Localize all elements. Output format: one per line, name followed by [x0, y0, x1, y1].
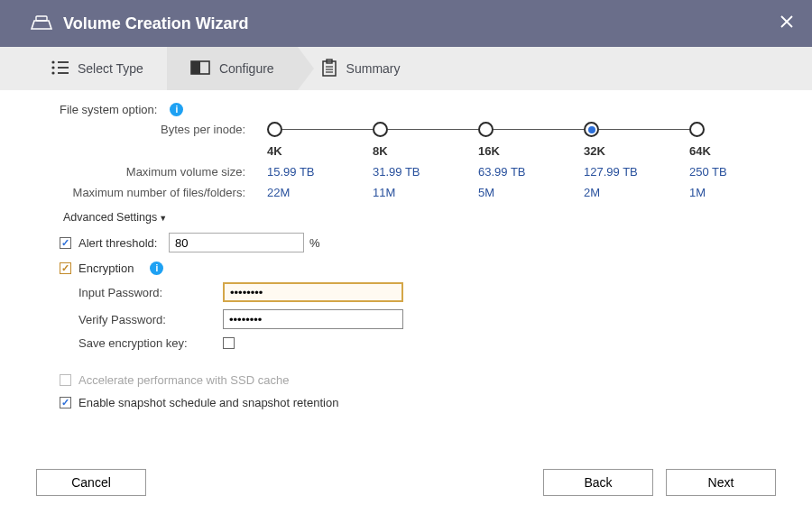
list-icon: [51, 60, 69, 78]
inode-heading: 32K: [584, 144, 689, 158]
max-files-value: 1M: [689, 186, 795, 199]
snapshot-label: Enable snapshot schedule and snapshot re…: [78, 396, 338, 409]
max-volume-label: Maximum volume size:: [60, 165, 267, 179]
max-volume-value: 250 TB: [689, 165, 795, 179]
encryption-subform: Input Password: Verify Password: Save en…: [78, 282, 770, 350]
svg-point-3: [51, 71, 54, 74]
save-encryption-key-checkbox[interactable]: [223, 337, 235, 349]
verify-password-field[interactable]: [223, 309, 403, 329]
step-select-type[interactable]: Select Type: [27, 47, 167, 90]
file-system-option-label: File system option:: [60, 103, 157, 116]
input-password-field[interactable]: [223, 282, 403, 302]
svg-point-2: [51, 66, 54, 69]
save-key-label: Save encryption key:: [78, 336, 223, 350]
step-label: Summary: [346, 61, 401, 76]
max-volume-value: 15.99 TB: [267, 165, 373, 179]
advanced-settings-toggle[interactable]: Advanced Settings▼: [63, 211, 167, 224]
info-icon[interactable]: i: [170, 103, 183, 116]
footer: Cancel Back Next: [0, 469, 812, 496]
summary-icon: [321, 59, 337, 79]
alert-threshold-label: Alert threshold:: [78, 236, 169, 250]
window-title: Volume Creation Wizard: [63, 14, 249, 33]
next-button[interactable]: Next: [666, 469, 776, 496]
svg-rect-8: [191, 61, 200, 74]
max-volume-value: 63.99 TB: [478, 165, 584, 179]
inode-radio-4k[interactable]: [267, 122, 282, 137]
back-button[interactable]: Back: [543, 469, 653, 496]
ssd-cache-label: Accelerate performance with SSD cache: [78, 373, 289, 387]
inode-heading: 8K: [373, 144, 478, 158]
inode-heading: 64K: [689, 144, 795, 158]
step-label: Select Type: [78, 61, 143, 76]
max-files-label: Maximum number of files/folders:: [60, 186, 267, 199]
inode-heading: 4K: [267, 144, 373, 158]
max-volume-value: 127.99 TB: [584, 165, 689, 179]
step-label: Configure: [219, 61, 274, 76]
encryption-checkbox[interactable]: [60, 262, 71, 274]
inode-radio-8k[interactable]: [373, 122, 388, 137]
input-password-label: Input Password:: [78, 286, 223, 299]
inode-radio-64k[interactable]: [689, 122, 705, 137]
wizard-steps: Select Type Configure Summary: [0, 47, 812, 90]
inode-radio-16k[interactable]: [478, 122, 494, 137]
verify-password-label: Verify Password:: [78, 313, 223, 326]
percent-sign: %: [309, 236, 320, 250]
ssd-cache-checkbox: [60, 374, 71, 386]
max-files-value: 2M: [584, 186, 689, 199]
step-summary[interactable]: Summary: [298, 47, 424, 90]
inode-radio-32k[interactable]: [584, 122, 599, 137]
bytes-per-inode-label: Bytes per inode:: [60, 123, 267, 136]
advanced-settings-label: Advanced Settings: [63, 211, 157, 224]
caret-down-icon: ▼: [159, 214, 167, 223]
alert-threshold-input[interactable]: [169, 233, 304, 252]
volume-icon: [31, 14, 52, 33]
max-files-value: 11M: [373, 186, 478, 199]
cancel-button[interactable]: Cancel: [36, 469, 146, 496]
titlebar: Volume Creation Wizard: [0, 0, 812, 47]
inode-grid: Bytes per inode: 4K 8K 16K 32K 64K Maxim…: [60, 122, 770, 199]
snapshot-checkbox[interactable]: [60, 397, 71, 408]
max-files-value: 22M: [267, 186, 373, 199]
inode-heading: 16K: [478, 144, 584, 158]
configure-icon: [190, 60, 210, 78]
alert-threshold-checkbox[interactable]: [60, 237, 71, 249]
max-files-value: 5M: [478, 186, 584, 199]
content-area: File system option: i Bytes per inode: 4…: [0, 90, 812, 409]
svg-point-1: [51, 60, 54, 63]
close-icon[interactable]: [780, 14, 794, 32]
max-volume-value: 31.99 TB: [373, 165, 478, 179]
info-icon[interactable]: i: [150, 262, 163, 275]
encryption-label: Encryption: [78, 262, 134, 275]
step-configure[interactable]: Configure: [167, 47, 298, 90]
